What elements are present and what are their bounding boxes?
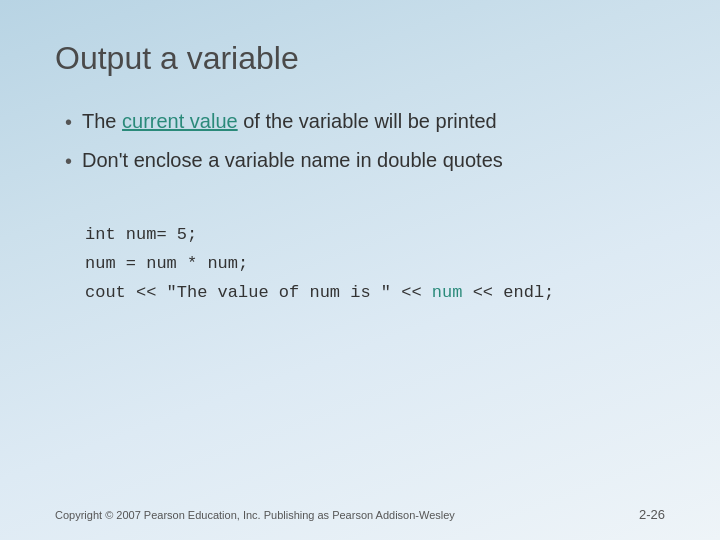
- slide-container: Output a variable • The current value of…: [0, 0, 720, 540]
- footer-slide-number: 2-26: [639, 507, 665, 522]
- footer: Copyright © 2007 Pearson Education, Inc.…: [55, 507, 665, 522]
- code-keyword-int: int num= 5;: [85, 225, 197, 244]
- code-line-1: int num= 5;: [85, 221, 635, 250]
- bullet-item-2: • Don't enclose a variable name in doubl…: [65, 146, 665, 175]
- code-line-3-pre: cout << "The value of num is " <<: [85, 283, 432, 302]
- bullet-dot-2: •: [65, 147, 72, 175]
- code-line-3: cout << "The value of num is " << num <<…: [85, 279, 635, 308]
- code-line-2: num = num * num;: [85, 250, 635, 279]
- bullet-text-2: Don't enclose a variable name in double …: [82, 146, 665, 174]
- footer-copyright: Copyright © 2007 Pearson Education, Inc.…: [55, 509, 455, 521]
- bullet-item-1: • The current value of the variable will…: [65, 107, 665, 136]
- bullet-section: • The current value of the variable will…: [55, 107, 665, 175]
- code-line-3-highlight: num: [432, 283, 463, 302]
- bullet-text-1: The current value of the variable will b…: [82, 107, 665, 135]
- slide-title: Output a variable: [55, 40, 665, 77]
- code-line-3-post: << endl;: [462, 283, 554, 302]
- code-block: int num= 5; num = num * num; cout << "Th…: [55, 203, 665, 326]
- bullet-dot-1: •: [65, 108, 72, 136]
- highlight-current-value: current value: [122, 110, 238, 132]
